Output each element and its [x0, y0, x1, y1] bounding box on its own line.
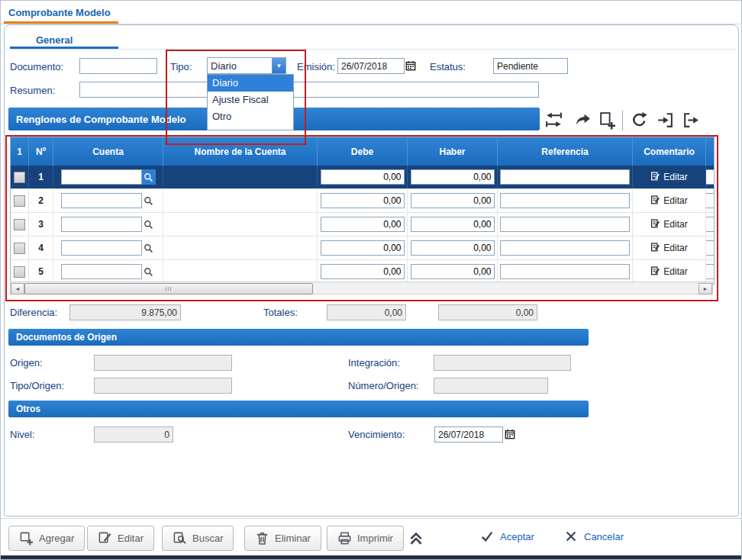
vencimiento-label: Vencimiento:	[348, 429, 405, 440]
scroll-right-button[interactable]: ►	[698, 283, 712, 294]
cut-input[interactable]	[706, 240, 714, 256]
tipo-select[interactable]: Diario ▼	[207, 57, 286, 74]
forward-arrow-icon[interactable]	[573, 111, 592, 130]
row-number: 5	[29, 260, 53, 283]
vencimiento-input[interactable]	[434, 426, 503, 443]
cuenta-input[interactable]	[61, 264, 142, 279]
documento-input[interactable]	[79, 58, 157, 74]
grid-row-3[interactable]: 3 Editar	[11, 213, 714, 237]
haber-input[interactable]	[411, 240, 495, 256]
row-selector-button[interactable]	[14, 195, 25, 207]
referencia-input[interactable]	[500, 193, 630, 208]
editar-button[interactable]: Editar	[87, 526, 154, 551]
row-selector-button[interactable]	[14, 172, 25, 183]
grid-row-4[interactable]: 4 Editar	[11, 237, 714, 260]
debe-input[interactable]	[321, 169, 405, 185]
nombre-cuenta-cell	[163, 166, 318, 188]
haber-input[interactable]	[411, 264, 495, 279]
editar-cell-button[interactable]: Editar	[650, 266, 687, 278]
grid-row-2[interactable]: 2 Editar	[11, 189, 714, 213]
window-tab-title[interactable]: Comprobante Modelo	[8, 7, 111, 18]
tipo-option-ajuste-fiscal[interactable]: Ajuste Fiscal	[208, 92, 293, 108]
row-number: 1	[29, 166, 53, 188]
nivel-input	[94, 426, 173, 443]
scrollbar-thumb[interactable]: III	[24, 283, 313, 294]
editar-cell-button[interactable]: Editar	[650, 242, 687, 254]
haber-input[interactable]	[411, 169, 495, 185]
fit-columns-icon[interactable]	[544, 111, 563, 130]
agregar-button[interactable]: Agregar	[8, 526, 85, 551]
emision-input[interactable]	[337, 58, 405, 74]
cut-input[interactable]	[706, 193, 714, 208]
referencia-input[interactable]	[500, 217, 630, 232]
refresh-icon[interactable]	[630, 111, 649, 130]
calendar-icon[interactable]	[505, 429, 516, 441]
integracion-input	[434, 355, 571, 371]
debe-input[interactable]	[321, 264, 405, 279]
eliminar-button[interactable]: Eliminar	[244, 526, 321, 551]
referencia-input[interactable]	[500, 264, 630, 279]
cut-cell	[706, 166, 714, 188]
cuenta-cell	[53, 189, 163, 212]
imprimir-button[interactable]: Imprimir	[327, 526, 404, 551]
grid-title: Renglones de Comprobante Modelo	[16, 114, 186, 125]
tipo-origen-label: Tipo/Origen:	[10, 380, 64, 391]
tab-general[interactable]: General	[36, 34, 73, 46]
search-icon[interactable]	[142, 169, 156, 185]
search-icon[interactable]	[142, 240, 156, 256]
total-haber-input	[438, 304, 537, 320]
resumen-input[interactable]	[79, 82, 539, 98]
grid-horizontal-scrollbar[interactable]: ◄ III ►	[10, 282, 713, 294]
grid-row-5[interactable]: 5 Editar	[11, 260, 714, 284]
nombre-cuenta-cell	[163, 237, 318, 259]
cuenta-input[interactable]	[61, 193, 142, 208]
import-icon[interactable]	[656, 111, 675, 130]
row-selector-button[interactable]	[14, 243, 25, 254]
search-icon[interactable]	[142, 264, 156, 279]
collapse-toolbar-icon[interactable]	[408, 529, 424, 546]
debe-input[interactable]	[321, 240, 405, 256]
documentos-origen-title: Documentos de Origen	[16, 332, 117, 343]
cuenta-input[interactable]	[61, 217, 142, 232]
tipo-option-otro[interactable]: Otro	[208, 108, 293, 125]
referencia-input[interactable]	[500, 240, 630, 256]
aceptar-button[interactable]: Aceptar	[480, 529, 534, 543]
scroll-left-button[interactable]: ◄	[11, 283, 24, 294]
cuenta-input[interactable]	[61, 240, 142, 256]
referencia-cell	[498, 237, 633, 259]
cut-input[interactable]	[706, 217, 714, 232]
debe-input[interactable]	[321, 193, 405, 208]
calendar-icon[interactable]	[405, 60, 417, 72]
cut-input[interactable]	[706, 264, 714, 279]
estatus-input[interactable]	[493, 58, 568, 74]
buscar-button[interactable]: Buscar	[162, 526, 234, 551]
debe-cell	[318, 260, 408, 283]
grid-row-1[interactable]: 1 Editar	[11, 166, 714, 189]
export-icon[interactable]	[682, 111, 701, 130]
haber-input[interactable]	[411, 193, 495, 208]
editar-cell-button[interactable]: Editar	[650, 195, 687, 207]
search-icon[interactable]	[142, 193, 156, 208]
haber-input[interactable]	[411, 217, 495, 232]
cancelar-button[interactable]: Cancelar	[564, 529, 624, 543]
editar-cell-button[interactable]: Editar	[650, 218, 687, 230]
add-icon	[19, 531, 34, 546]
grid-col-numero: Nº	[29, 137, 53, 166]
editar-cell-button[interactable]: Editar	[650, 171, 687, 183]
edit-icon	[650, 218, 660, 230]
cut-input[interactable]	[706, 169, 714, 185]
row-selector-button[interactable]	[14, 219, 25, 230]
editar-cell-label: Editar	[663, 219, 687, 230]
cuenta-cell	[53, 166, 163, 188]
debe-input[interactable]	[321, 217, 405, 232]
export-add-icon[interactable]	[598, 111, 617, 130]
dropdown-arrow-icon[interactable]: ▼	[272, 58, 286, 73]
tipo-option-diario[interactable]: Diario	[208, 75, 293, 92]
cuenta-input[interactable]	[61, 169, 142, 185]
referencia-input[interactable]	[500, 169, 630, 185]
aceptar-label: Aceptar	[500, 531, 534, 542]
cuenta-cell	[53, 237, 163, 259]
row-selector-button[interactable]	[14, 266, 25, 278]
tipo-select-value: Diario	[208, 60, 272, 72]
search-icon[interactable]	[142, 217, 156, 232]
